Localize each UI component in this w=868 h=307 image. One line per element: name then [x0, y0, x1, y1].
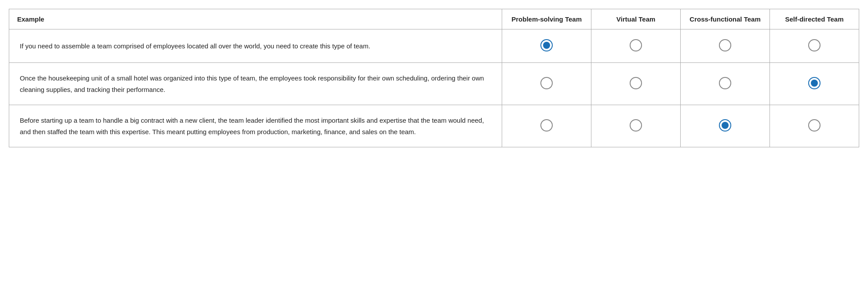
row-3-col1-cell[interactable]	[502, 105, 591, 147]
row-3-text: Before starting up a team to handle a bi…	[9, 105, 502, 147]
col-example-header: Example	[9, 9, 502, 29]
row-1-col1-cell[interactable]	[502, 29, 591, 63]
radio-row1-col3[interactable]	[719, 39, 731, 51]
radio-row1-col2[interactable]	[630, 39, 642, 51]
radio-row2-col1[interactable]	[540, 77, 553, 89]
col-virtual-header: Virtual Team	[591, 9, 681, 29]
row-1-col4-cell[interactable]	[770, 29, 859, 63]
row-2-col2-cell[interactable]	[591, 63, 681, 105]
radio-row2-col2[interactable]	[630, 77, 642, 89]
row-2-col3-cell[interactable]	[681, 63, 770, 105]
row-1-text: If you need to assemble a team comprised…	[9, 29, 502, 63]
radio-row1-col1[interactable]	[540, 39, 553, 51]
row-2-col1-cell[interactable]	[502, 63, 591, 105]
radio-row3-col2[interactable]	[630, 119, 642, 132]
radio-row3-col3[interactable]	[719, 119, 731, 132]
row-3-col4-cell[interactable]	[770, 105, 859, 147]
row-3-col2-cell[interactable]	[591, 105, 681, 147]
radio-row3-col1[interactable]	[540, 119, 553, 132]
row-1-col3-cell[interactable]	[681, 29, 770, 63]
col-self-directed-header: Self-directed Team	[770, 9, 859, 29]
radio-row3-col4[interactable]	[808, 119, 821, 132]
radio-row1-col4[interactable]	[808, 39, 821, 51]
row-2-text: Once the housekeeping unit of a small ho…	[9, 63, 502, 105]
col-problem-solving-header: Problem-solving Team	[502, 9, 591, 29]
row-1-col2-cell[interactable]	[591, 29, 681, 63]
table-row: If you need to assemble a team comprised…	[9, 29, 859, 63]
team-types-table: Example Problem-solving Team Virtual Tea…	[9, 9, 859, 147]
radio-row2-col4[interactable]	[808, 77, 821, 89]
table-row: Before starting up a team to handle a bi…	[9, 105, 859, 147]
col-cross-functional-header: Cross-functional Team	[681, 9, 770, 29]
page-wrapper: Example Problem-solving Team Virtual Tea…	[0, 0, 868, 307]
table-row: Once the housekeeping unit of a small ho…	[9, 63, 859, 105]
radio-row2-col3[interactable]	[719, 77, 731, 89]
row-3-col3-cell[interactable]	[681, 105, 770, 147]
row-2-col4-cell[interactable]	[770, 63, 859, 105]
